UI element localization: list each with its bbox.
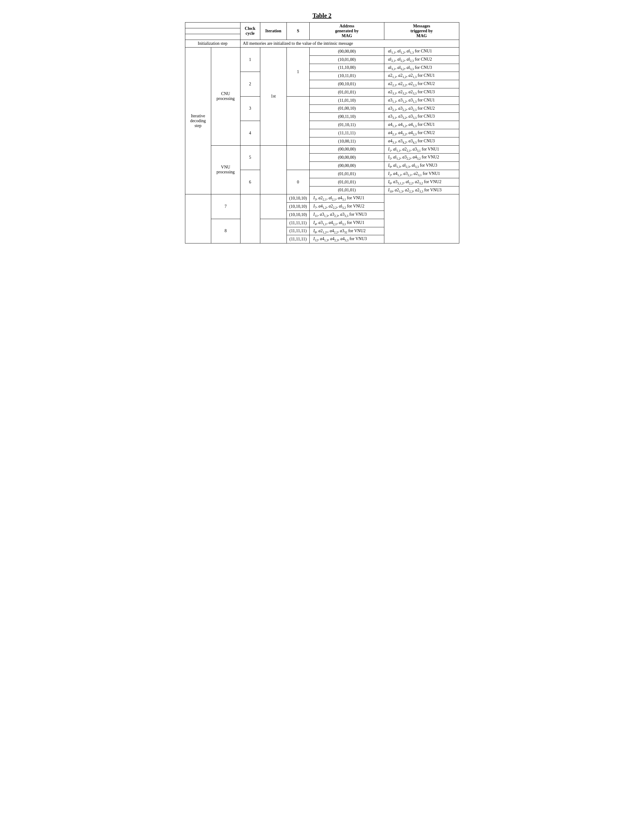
header-empty-3 xyxy=(185,34,240,40)
clock-5: 5 xyxy=(240,145,260,170)
header-clock: Clock cycle xyxy=(240,23,260,40)
init-label: Initialization step xyxy=(185,40,240,48)
addr-6: (11,01,10) xyxy=(310,96,384,105)
msg-4: a22,1, a22,2, a22,3 for CNU2 xyxy=(384,80,459,89)
vnu-label-2 xyxy=(185,194,211,243)
header-iteration: Iteration xyxy=(260,23,286,40)
msg-12: I1, al1,1, a22,1, a33,1 for VNU1 xyxy=(384,145,459,154)
msg-17: I10, a21,3, a22,3, a23,3 for VNU3 xyxy=(384,186,459,194)
addr-12: (00,00,00) xyxy=(310,145,384,154)
clock-4: 4 xyxy=(240,121,260,145)
msg-23: I12, a41,3, a42,3, a43,3 for VNU3 xyxy=(310,235,384,243)
msg-8: a33,1, a33,2, a33,3 for CNU3 xyxy=(384,113,459,121)
addr-1: (10,01,00) xyxy=(310,56,384,64)
clock-3: 3 xyxy=(240,96,260,121)
data-row-18: 7 (10,10,10) I3, a22,1, al2,1, a43,1 for… xyxy=(185,194,459,203)
addr-7: (01,00,10) xyxy=(310,105,384,113)
addr-8: (00,11,10) xyxy=(310,113,384,121)
msg-6: a31,1, a31,2, a31,3 for CNU1 xyxy=(384,96,459,105)
init-message: All memories are initialized to the valu… xyxy=(240,40,459,48)
addr-16: (01,01,01) xyxy=(310,178,384,186)
msg-19: I7, a41,2, a22,2, al3,2 for VNU2 xyxy=(310,203,384,211)
header-address: Address generated by MAG xyxy=(310,23,384,40)
iteration-blank xyxy=(260,145,286,194)
msg-3: a21,1, a21,2, a21,3 for CNU1 xyxy=(384,72,459,80)
iterative-label: Iterativedecodingstep xyxy=(185,48,211,194)
addr-0: (00,00,00) xyxy=(310,48,384,56)
msg-9: a41,1, a41,2, a41,3 for CNU1 xyxy=(384,121,459,129)
msg-10: a42,1, a42,2, a42,3 for CNU2 xyxy=(384,129,459,137)
addr-22: (11,11,11) xyxy=(286,227,309,235)
addr-2: (11,10,00) xyxy=(310,64,384,72)
msg-2: al3,1, al3,2, al3,3 for CNU3 xyxy=(384,64,459,72)
clock-2: 2 xyxy=(240,72,260,96)
header-messages: Messages triggered by MAG xyxy=(384,23,459,40)
clock-8: 8 xyxy=(211,219,240,243)
s-blank-1 xyxy=(286,96,309,145)
clock-7: 7 xyxy=(211,194,240,219)
vnu-label: VNUprocessing xyxy=(211,145,240,194)
header-s: S xyxy=(286,23,309,40)
data-row-21: 8 (11,11,11) I4, a31,1, a42,1, al3,1 for… xyxy=(185,219,459,227)
msg-22: I8, a21,2,, a42,2, a332 for VNU2 xyxy=(310,227,384,235)
msg-5: a23,1, a23,2, a23,3 for CNU3 xyxy=(384,88,459,96)
addr-9: (01,10,11) xyxy=(310,121,384,129)
msg-16: I6, a33,1,2, al2,2, a23,2 for VNU2 xyxy=(384,178,459,186)
data-row-0: Iterativedecodingstep CNUprocessing 1 1s… xyxy=(185,48,459,56)
header-empty-1 xyxy=(185,23,240,28)
s-1: 1 xyxy=(286,48,309,97)
msg-7: a32,1, a32,2, a32,3 for CNU2 xyxy=(384,105,459,113)
addr-19: (10,10,10) xyxy=(286,203,309,211)
msg-20: I11, a31,3, a32,3, a33,3 for VNU3 xyxy=(310,210,384,219)
msg-13: I5, al1,2, a32,2, a43,2 for VNU2 xyxy=(384,154,459,162)
main-table: Clock cycle Iteration S Address generate… xyxy=(185,22,459,243)
msg-14: I9, al1,3, al2,3, al3,3 for VNU3 xyxy=(384,162,459,170)
s-blank-4 xyxy=(260,219,286,243)
page: Table 2 Clock cycle Iteration S Address … xyxy=(185,12,459,243)
addr-13: (00,00,00) xyxy=(310,154,384,162)
s-blank-2 xyxy=(286,145,309,170)
addr-3: (10,11,01) xyxy=(310,72,384,80)
msg-21: I4, a31,1, a42,1, al3,1 for VNU1 xyxy=(310,219,384,227)
header-empty-2 xyxy=(185,28,240,34)
cnu-label: CNUprocessing xyxy=(211,48,240,146)
data-row-12: VNUprocessing 5 (00,00,00) I1, al1,1, a2… xyxy=(185,145,459,154)
table-title: Table 2 xyxy=(185,12,459,19)
addr-5: (01,01,01) xyxy=(310,88,384,96)
clock-6: 6 xyxy=(240,170,260,194)
addr-10: (11,11,11) xyxy=(310,129,384,137)
init-row: Initialization step All memories are ini… xyxy=(185,40,459,48)
addr-17: (01,01,01) xyxy=(310,186,384,194)
addr-20: (10,10,10) xyxy=(286,210,309,219)
s-0: 0 xyxy=(286,170,309,194)
addr-18: (10,10,10) xyxy=(286,194,309,203)
s-blank-3 xyxy=(260,194,286,219)
msg-0: al1,1, al1,2, al1,3 for CNU1 xyxy=(384,48,459,56)
addr-14: (00,00,00) xyxy=(310,162,384,170)
msg-18: I3, a22,1, al2,1, a43,1 for VNU1 xyxy=(310,194,384,203)
addr-15: (01,01,01) xyxy=(310,170,384,178)
clock-1: 1 xyxy=(240,48,260,72)
iteration-1st: 1st xyxy=(260,48,286,146)
msg-11: a43,1, a34,2, a34,3 for CNU3 xyxy=(384,137,459,145)
addr-4: (00,10,01) xyxy=(310,80,384,89)
addr-11: (10,00,11) xyxy=(310,137,384,145)
addr-21: (11,11,11) xyxy=(286,219,309,227)
addr-23: (11,11,11) xyxy=(286,235,309,243)
msg-1: al2,1, al2,2, al2,3 for CNU2 xyxy=(384,56,459,64)
msg-15: I2, a41,1, a32,1, a23,1 for VNU1 xyxy=(384,170,459,178)
iteration-blank-2 xyxy=(240,194,260,243)
